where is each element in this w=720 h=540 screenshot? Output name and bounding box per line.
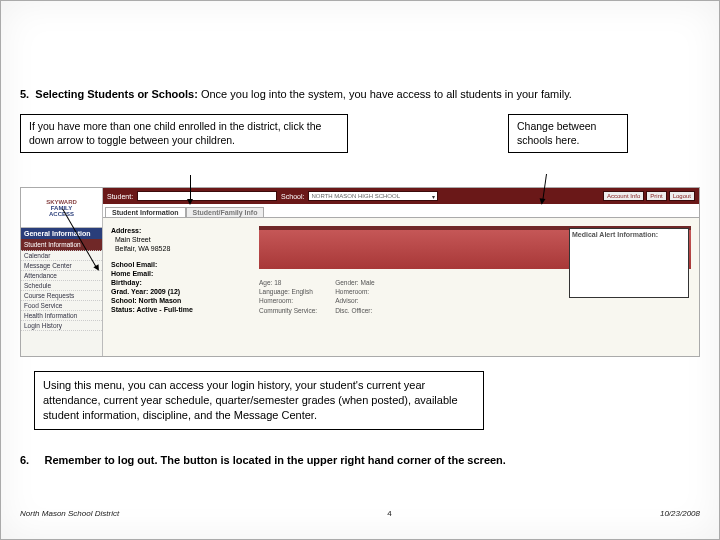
callout-school-toggle: Change between schools here.: [508, 114, 628, 153]
account-info-button[interactable]: Account Info: [603, 191, 644, 201]
student-label: Student:: [107, 193, 133, 200]
print-button[interactable]: Print: [646, 191, 666, 201]
nav-item[interactable]: Login History: [21, 321, 102, 331]
nav-item[interactable]: Student Information: [21, 239, 102, 251]
callout-menu-description: Using this menu, you can access your log…: [34, 371, 484, 430]
arrow-down-icon: [190, 175, 191, 202]
student-dropdown[interactable]: [137, 191, 277, 201]
nav-item[interactable]: Schedule: [21, 281, 102, 291]
logout-button[interactable]: Logout: [669, 191, 695, 201]
callout-student-toggle: If you have more than one child enrolled…: [20, 114, 348, 153]
nav-item[interactable]: Message Center: [21, 261, 102, 271]
app-screenshot: SKYWARD FAMILY ACCESS General Informatio…: [20, 187, 700, 357]
nav-item[interactable]: Food Service: [21, 301, 102, 311]
footer-left: North Mason School District: [20, 509, 119, 518]
tab-student-information[interactable]: Student Information: [105, 207, 186, 217]
section-6: 6. Remember to log out. The button is lo…: [20, 454, 700, 466]
page-footer: North Mason School District 4 10/23/2008: [20, 509, 700, 518]
nav-header: General Information: [21, 228, 102, 239]
medical-alert-box: Medical Alert Information:: [569, 228, 689, 298]
page-number: 4: [387, 509, 391, 518]
section-5-heading: 5. Selecting Students or Schools: Once y…: [20, 88, 700, 100]
nav-item[interactable]: Health Information: [21, 311, 102, 321]
tab-student-family-info[interactable]: Student/Family Info: [186, 207, 265, 217]
nav-item[interactable]: Course Requests: [21, 291, 102, 301]
student-photo-panel: Medical Alert Information: Age: 18 Langu…: [259, 226, 691, 348]
student-info-block: Address: Main Street Belfair, WA 98528 S…: [111, 226, 251, 348]
footer-date: 10/23/2008: [660, 509, 700, 518]
school-dropdown[interactable]: NORTH MASON HIGH SCHOOL: [308, 191, 438, 201]
nav-item[interactable]: Attendance: [21, 271, 102, 281]
school-label: School:: [281, 193, 304, 200]
